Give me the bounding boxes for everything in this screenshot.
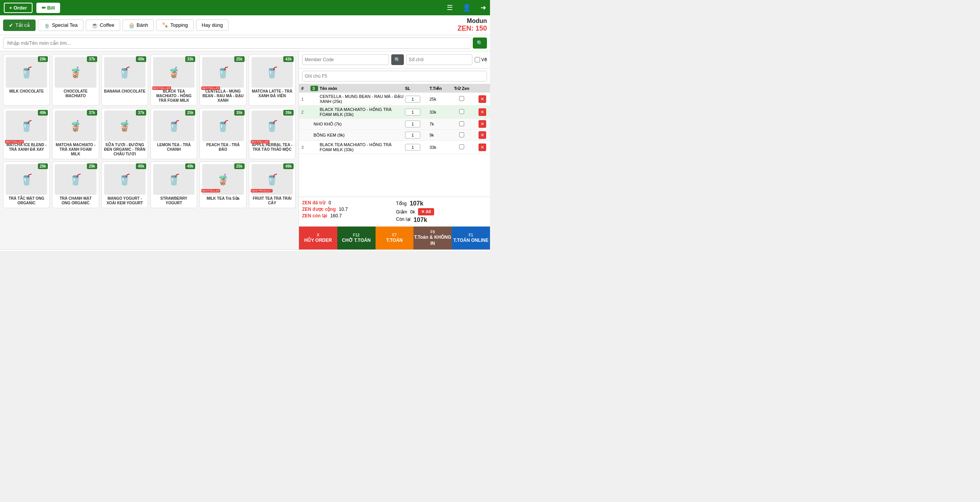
note-input[interactable] — [302, 71, 487, 81]
product-name: MILK TEA Trà Sữa — [202, 196, 243, 201]
ve-checkbox[interactable] — [475, 57, 480, 62]
product-card[interactable]: 25k 🥤 LEMON TEA - TRÀ CHANH — [150, 108, 197, 159]
cat-tatca[interactable]: ✔ Tất cả — [3, 20, 36, 31]
specialtea-icon: 🍵 — [44, 22, 50, 28]
footer: ⌨ Phím tắt Nhân viên trực: thungan — [0, 249, 490, 251]
cat-specialtea-label: Special Tea — [52, 22, 78, 28]
product-price: 25k — [234, 56, 245, 62]
product-price: 29k — [38, 163, 48, 169]
order-delete-button[interactable]: ✕ — [479, 143, 486, 151]
product-price: 39k — [283, 110, 294, 116]
tong-val: 107k — [410, 200, 423, 207]
product-card[interactable]: 25k 🧋 BESTSELLER MILK TEA Trà Sữa — [199, 161, 246, 208]
product-name: CENTELLA - MUNG BEAN - RAU MÁ - ĐẬU XANH — [202, 89, 243, 103]
product-badge: BESTSELLER — [201, 189, 220, 192]
order-qty-input[interactable] — [405, 144, 420, 151]
menu-icon[interactable]: ☰ — [447, 3, 453, 12]
con-lai-label: Còn lại — [396, 217, 411, 223]
order-truzen-check[interactable] — [454, 144, 469, 149]
product-price: 29k — [87, 163, 97, 169]
product-card[interactable]: 29k 🥤 MILK CHOCOLATE — [3, 54, 50, 106]
table-subrow: BÔNG KEM (9k) 9k ✕ — [299, 130, 490, 141]
order-qty-input[interactable] — [405, 96, 420, 103]
product-card[interactable]: 49k 🥤 STRAWBERRY YOGURT — [150, 161, 197, 208]
product-name: APPLE HERBAL TEA - TRÀ TÁO THẢO MỘC — [252, 143, 293, 152]
zen-con-lai-label: ZEN còn lại — [302, 213, 327, 218]
product-card[interactable]: 39k 🥤 BESTSELLER APPLE HERBAL TEA - TRÀ … — [249, 108, 296, 159]
member-code-input[interactable] — [302, 54, 389, 65]
sub-truzen-check[interactable] — [454, 121, 469, 126]
order-name: CENTELLA - MUNG BEAN - RAU MÁ - ĐẬU XANH… — [320, 94, 403, 104]
action-chờ-t.toán-button[interactable]: F12CHỜ T.TOÁN — [337, 227, 376, 249]
search-button[interactable]: 🔍 — [473, 37, 487, 49]
order-ttien: 33k — [430, 110, 452, 114]
product-price: 49k — [38, 110, 48, 116]
product-card[interactable]: 49k 🥤 BANANA CHOCOLATE — [101, 54, 148, 106]
cat-banh[interactable]: 🧁 Bánh — [122, 20, 154, 31]
logout-icon[interactable]: ➜ — [480, 3, 486, 12]
product-price: 37k — [87, 56, 97, 62]
con-lai-val: 107k — [413, 217, 427, 223]
order-num: 3 — [301, 145, 309, 150]
socho-input[interactable] — [406, 54, 472, 65]
ve-checkbox-label[interactable]: Vẽ — [475, 54, 487, 65]
main-layout: 29k 🥤 MILK CHOCOLATE 37k 🧋 CHOCOLATE MAC… — [0, 51, 490, 249]
table-subrow: NHO KHÔ (7k) 7k ✕ — [299, 119, 490, 130]
col-sl: SL — [405, 86, 428, 91]
member-search-button[interactable]: 🔍 — [391, 54, 404, 65]
sub-qty-input[interactable] — [405, 121, 420, 127]
cat-specialtea[interactable]: 🍵 Special Tea — [38, 20, 83, 31]
product-card[interactable]: 49k 🥤 MANGO YOGURT - XOÀI KEM YOGURT — [101, 161, 148, 208]
col-truzen: Trừ Zen — [454, 86, 477, 91]
action-t.toán-&-không-in-button[interactable]: F9T.Toán & KHÔNG IN — [413, 227, 452, 249]
sub-delete-button[interactable]: ✕ — [479, 131, 486, 139]
product-card[interactable]: 49k 🥤 BESTSELLER MATCHA ICE BLEND - TRÀ … — [3, 108, 50, 159]
product-card[interactable]: 25k 🥤 BESTSELLER CENTELLA - MUNG BEAN - … — [199, 54, 246, 106]
user-icon[interactable]: 👤 — [462, 3, 471, 12]
order-num: 2 — [301, 110, 309, 114]
order-name: BLACK TEA MACHIATO - HỒNG TRÀ FOAM MILK … — [320, 142, 403, 152]
order-qty-input[interactable] — [405, 109, 420, 116]
sub-qty-input[interactable] — [405, 132, 420, 139]
action-t.toán-button[interactable]: F7T.TOÁN — [376, 227, 414, 249]
product-card[interactable]: 37k 🧋 SỮA TƯƠI - ĐƯỜNG ĐEN ORGANIC - TRÂ… — [101, 108, 148, 159]
order-ttien: 25k — [430, 97, 452, 101]
cat-tatca-label: Tất cả — [15, 22, 30, 28]
action-hủy-order-button[interactable]: XHỦY ORDER — [299, 227, 337, 249]
all-button[interactable]: ✕ All — [418, 208, 434, 215]
order-delete-button[interactable]: ✕ — [479, 95, 486, 103]
product-card[interactable]: 29k 🥤 TRÀ TẮC MẬT ONG ORGANIC — [3, 161, 50, 208]
order-name: BLACK TEA MACHIATO - HỒNG TRÀ FOAM MILK … — [320, 107, 403, 117]
product-card[interactable]: 37k 🧋 MATCHA MACHIATO - TRÀ XANH FOAM MI… — [52, 108, 99, 159]
zen-duoc-cong-label: ZEN được cộng — [302, 207, 336, 212]
cat-coffee[interactable]: ☕ Coffee — [86, 20, 120, 31]
note-area — [299, 68, 490, 84]
product-price: 49k — [136, 56, 146, 62]
product-card[interactable]: 49k 🥤 NEW PRODUCT FRUIT TEA TRÀ TRÁI CÂY — [249, 161, 296, 208]
product-price: 35k — [234, 110, 245, 116]
order-delete-button[interactable]: ✕ — [479, 108, 486, 116]
order-truzen-check[interactable] — [454, 96, 469, 101]
cat-haydung[interactable]: Hay dùng — [196, 20, 229, 31]
order-count-badge: 3 — [310, 86, 318, 91]
product-card[interactable]: 33k 🧋 BESTSELLER BLACK TEA MACHIATO - HỒ… — [150, 54, 197, 106]
product-card[interactable]: 29k 🥤 TRÀ CHANH MẬT ONG ORGANIC — [52, 161, 99, 208]
action-t.toán-online-button[interactable]: F1T.TOÁN ONLINE — [452, 227, 490, 249]
search-input[interactable] — [3, 37, 471, 49]
cat-coffee-label: Coffee — [100, 22, 114, 28]
product-card[interactable]: 37k 🧋 CHOCOLATE MACHIATO — [52, 54, 99, 106]
product-name: LEMON TEA - TRÀ CHANH — [153, 143, 194, 152]
order-button[interactable]: + Order — [4, 3, 33, 13]
sub-delete-button[interactable]: ✕ — [479, 120, 486, 128]
bill-button[interactable]: ✏ Bill — [36, 3, 60, 13]
ve-label: Vẽ — [481, 57, 487, 62]
product-card[interactable]: 43k 🥤 MATCHA LATTE - TRÀ XANH ĐÁ VIÊN — [249, 54, 296, 106]
product-badge: BESTSELLER — [5, 140, 24, 143]
order-truzen-check[interactable] — [454, 109, 469, 114]
sub-truzen-check[interactable] — [454, 132, 469, 137]
search-bar: 🔍 — [0, 35, 490, 51]
product-card[interactable]: 35k 🥤 PEACH TEA - TRÀ ĐÀO — [199, 108, 246, 159]
cat-banh-label: Bánh — [137, 22, 148, 28]
cat-topping[interactable]: 🍡 Topping — [156, 20, 194, 31]
product-name: MILK CHOCOLATE — [6, 89, 47, 94]
